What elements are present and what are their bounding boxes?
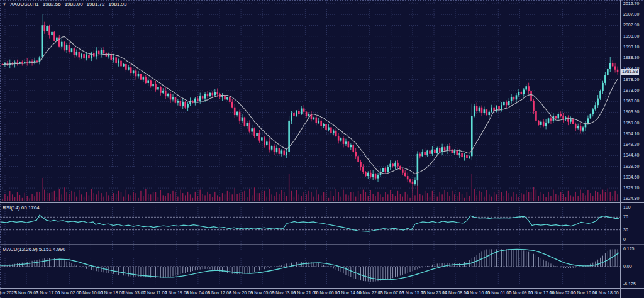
price-axis-label: 1924.80 — [623, 196, 639, 201]
macd-panel[interactable] — [0, 245, 620, 288]
macd-axis-label: 6.125 — [623, 246, 635, 251]
price-axis-label: 1988.30 — [623, 55, 639, 60]
chevron-down-icon[interactable]: ▼ — [3, 3, 6, 6]
macd-label: MACD(12,26,9) 5.151 4.990 — [3, 246, 65, 252]
price-axis-label: 2002.90 — [623, 23, 639, 27]
price-axis-label: 1998.00 — [623, 34, 639, 38]
price-axis-label: 1993.10 — [623, 45, 639, 49]
main-chart-panel[interactable] — [0, 0, 620, 202]
price-axis-label: 1934.60 — [623, 175, 639, 179]
price-axis-label: 1968.80 — [623, 99, 639, 103]
price-axis-label: 1959.00 — [623, 121, 639, 125]
price-axis-label: 1929.70 — [623, 185, 639, 190]
macd-axis-label: -6.125 — [623, 282, 636, 286]
panel-separator[interactable] — [0, 243, 644, 246]
symbol-ohlc-header: ▼ XAUUSD,H1 1982.56 1983.00 1981.72 1981… — [3, 1, 126, 7]
current-price-tag: 1981.93 — [621, 69, 639, 75]
price-axis-label: 1944.40 — [623, 153, 639, 157]
rsi-axis-label: 0 — [623, 237, 626, 241]
close-value: 1981.93 — [109, 1, 127, 7]
rsi-axis-label: 100 — [623, 205, 631, 209]
macd-axis-label: 0.00 — [623, 264, 632, 268]
rsi-label: RSI(14) 65.1764 — [3, 205, 40, 211]
price-axis-label: 1963.90 — [623, 109, 639, 114]
high-value: 1983.00 — [65, 1, 83, 7]
price-axis-label: 2007.80 — [623, 12, 639, 16]
symbol-timeframe-label: XAUUSD,H1 — [10, 1, 39, 7]
rsi-axis-label: 30 — [623, 228, 628, 232]
price-axis-label: 1949.20 — [623, 142, 639, 146]
time-axis-label: 16 Nov 18:00 — [591, 290, 621, 295]
price-axis-label: 1954.10 — [623, 131, 639, 136]
rsi-axis-label: 70 — [623, 214, 628, 219]
low-value: 1981.72 — [87, 1, 105, 7]
price-axis-label: 1978.50 — [623, 77, 639, 82]
trading-chart-window: ▼ XAUUSD,H1 1982.56 1983.00 1981.72 1981… — [0, 0, 644, 298]
panel-separator[interactable] — [0, 202, 644, 204]
price-axis-label: 2012.70 — [623, 1, 639, 6]
rsi-panel[interactable] — [0, 204, 620, 244]
open-value: 1982.56 — [43, 1, 61, 7]
price-axis-label: 1973.60 — [623, 88, 639, 92]
price-axis-label: 1939.50 — [623, 164, 639, 168]
